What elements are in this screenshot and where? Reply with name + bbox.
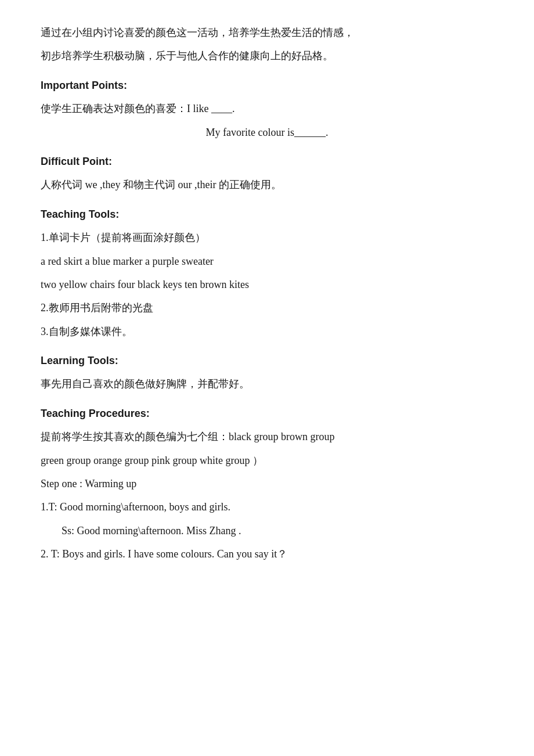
difficult-point-line1: 人称代词 we ,they 和物主代词 our ,their 的正确使用。 <box>41 175 493 194</box>
learning-tools-line1: 事先用自己喜欢的颜色做好胸牌，并配带好。 <box>41 375 493 393</box>
teaching-tools-line4: 2.教师用书后附带的光盘 <box>41 298 493 317</box>
procedures-line1: 提前将学生按其喜欢的颜色编为七个组：black group brown grou… <box>41 427 493 446</box>
teaching-tools-line1: 1.单词卡片（提前将画面涂好颜色） <box>41 228 493 247</box>
procedures-line3: 1.T: Good morning\afternoon, boys and gi… <box>41 498 493 516</box>
procedures-line5: 2. T: Boys and girls. I have some colour… <box>41 545 493 563</box>
document-body: 通过在小组内讨论喜爱的颜色这一活动，培养学生热爱生活的情感， 初步培养学生积极动… <box>41 23 493 564</box>
procedures-line2: green group orange group pink group whit… <box>41 451 493 470</box>
intro-line2: 初步培养学生积极动脑，乐于与他人合作的健康向上的好品格。 <box>41 46 493 65</box>
heading-difficult-point: Difficult Point: <box>41 152 493 171</box>
teaching-tools-line2: a red skirt a blue marker a purple sweat… <box>41 252 493 271</box>
heading-teaching-tools: Teaching Tools: <box>41 205 493 224</box>
heading-teaching-procedures: Teaching Procedures: <box>41 404 493 423</box>
important-points-line2: My favorite colour is______. <box>41 123 493 142</box>
teaching-tools-line5: 3.自制多媒体课件。 <box>41 322 493 341</box>
heading-important-points: Important Points: <box>41 76 493 95</box>
teaching-tools-line3: two yellow chairs four black keys ten br… <box>41 275 493 294</box>
heading-learning-tools: Learning Tools: <box>41 351 493 370</box>
intro-line1: 通过在小组内讨论喜爱的颜色这一活动，培养学生热爱生活的情感， <box>41 23 493 42</box>
important-points-line1: 使学生正确表达对颜色的喜爱：I like ____. <box>41 99 493 118</box>
procedures-line4: Ss: Good morning\afternoon. Miss Zhang . <box>41 521 493 540</box>
procedures-step-one: Step one : Warming up <box>41 474 493 493</box>
